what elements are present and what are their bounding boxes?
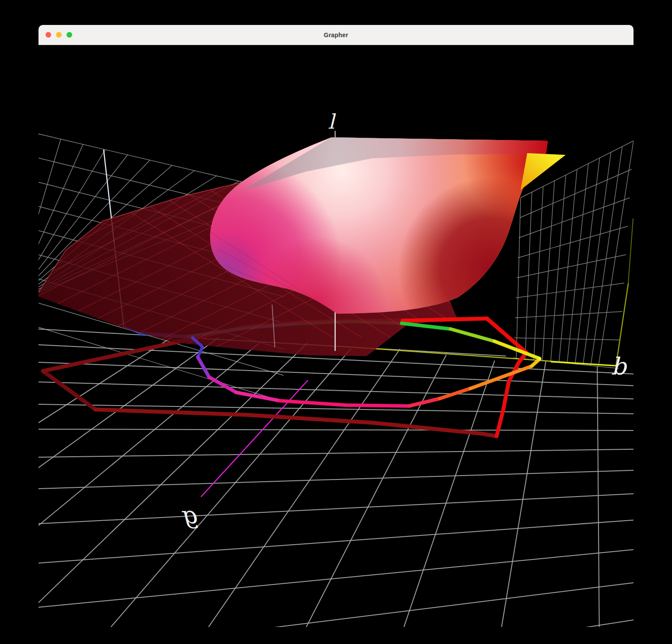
gamut-outline — [43, 371, 95, 410]
grapher-window: lgb Grapher — [0, 0, 672, 644]
spectral-curve — [280, 401, 409, 406]
window-title: Grapher — [38, 32, 634, 38]
spectral-curve — [209, 377, 236, 392]
axis-label-b: b — [611, 353, 628, 380]
axis-label-g: g — [182, 501, 199, 529]
spectral-curve — [198, 357, 209, 377]
spectral-curve — [409, 399, 440, 406]
gamut-outline — [497, 353, 526, 436]
surface-yellow-facet — [521, 153, 566, 190]
spectral-curve — [451, 329, 494, 341]
spectral-curve — [470, 366, 532, 388]
axis-g-line — [201, 381, 308, 497]
plot-root: lgb — [0, 0, 672, 644]
grapher-3d-canvas[interactable]: lgb — [0, 0, 672, 644]
curve-knot — [538, 357, 542, 361]
zoom-button[interactable] — [66, 32, 72, 38]
gamut-outline — [402, 318, 487, 321]
axis-b-corner — [628, 219, 633, 284]
gamut-outline — [95, 410, 497, 436]
floor-grid — [0, 329, 672, 644]
title-bar[interactable]: Grapher — [38, 25, 634, 45]
axis-label-l: l — [328, 110, 336, 133]
close-button[interactable] — [46, 32, 51, 38]
spectral-curve — [402, 323, 451, 329]
traffic-lights — [46, 25, 72, 45]
minimize-button[interactable] — [56, 32, 62, 38]
